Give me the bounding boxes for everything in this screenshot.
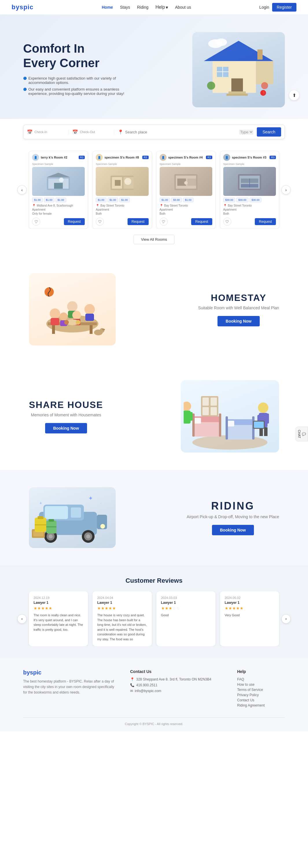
sharehouse-booking-button[interactable]: Booking Now	[45, 423, 87, 433]
homestay-booking-button[interactable]: Booking Now	[217, 316, 259, 327]
place-input[interactable]	[125, 130, 232, 134]
reviews-carousel-prev[interactable]: ‹	[17, 614, 27, 623]
review-1-text: The room is really clean and nice. It's …	[34, 613, 83, 632]
room-3-sample: Specimen Sample	[160, 163, 212, 165]
footer-tos-link[interactable]: Terms of Service	[237, 688, 285, 692]
svg-point-10	[207, 82, 215, 90]
chat-label: CHAT	[298, 430, 301, 438]
footer-privacy-link[interactable]: Privacy Policy	[237, 693, 285, 697]
hero-desc1: Experience high guest satisfaction with …	[23, 76, 139, 85]
svg-marker-18	[47, 173, 70, 177]
nav-about[interactable]: About us	[175, 5, 191, 9]
room-4-location: 📍 Bay Street Toronto	[223, 204, 276, 207]
rooms-grid: 👤 terry k's Room #2 R3 Specimen Sample $…	[27, 151, 281, 229]
sharehouse-illustration	[181, 380, 279, 453]
svg-point-76	[184, 402, 191, 411]
homestay-illustration	[29, 273, 116, 345]
footer-riding-agreement-link[interactable]: Riding Agreement	[237, 703, 285, 707]
room-1-image	[32, 167, 85, 196]
footer-address: 📍 328 Sheppard Ave 8. 3rd fl, Toronto ON…	[130, 677, 225, 681]
chat-button[interactable]: 💬 CHAT	[296, 427, 308, 441]
review-1-user: Lawyer 1	[34, 601, 83, 605]
register-button[interactable]: Register	[272, 3, 297, 11]
svg-point-11	[261, 82, 268, 89]
room-4-badge: R3	[270, 156, 276, 159]
svg-rect-87	[45, 506, 68, 519]
room-4-owner: specimen S's Room #3	[232, 156, 266, 159]
room-2-request-button[interactable]: Request	[127, 218, 149, 225]
room-card-3: 👤 specimen S's Room #4 R3 Specimen Sampl…	[156, 151, 215, 229]
room-3-badge: R3	[206, 156, 212, 159]
footer-howtouse-link[interactable]: How to use	[237, 683, 285, 687]
review-4-text: Very Good	[225, 613, 274, 618]
svg-text:📍: 📍	[262, 91, 266, 95]
footer-email: ✉ info@byspic.com	[130, 689, 225, 693]
svg-rect-73	[264, 427, 268, 436]
room-1-gender: Only for female	[32, 212, 85, 215]
hero-section: Comfort In Every Corner Experience high …	[0, 15, 308, 119]
review-card-4: 2024.05.02 Lawyer 1 ★★★★★ Very Good	[220, 591, 279, 646]
nav-stays[interactable]: Stays	[120, 5, 130, 9]
riding-title: RIDING	[187, 500, 279, 512]
search-button[interactable]: Search	[257, 127, 281, 136]
carousel-prev-button[interactable]: ‹	[17, 185, 27, 194]
svg-rect-83	[203, 407, 209, 415]
svg-rect-71	[266, 413, 269, 424]
footer-faq-link[interactable]: FAQ	[237, 677, 285, 681]
nav-home[interactable]: Home	[102, 5, 113, 9]
room-1-favorite-button[interactable]: ♡	[32, 218, 40, 226]
svg-point-15	[215, 38, 227, 46]
footer-grid: byspic The best homestay platform - BYSP…	[23, 669, 285, 709]
riding-booking-button[interactable]: Booking Now	[212, 525, 254, 535]
svg-rect-9	[226, 94, 248, 96]
nav-riding[interactable]: Riding	[137, 5, 149, 9]
footer-contact: Contact Us 📍 328 Sheppard Ave 8. 3rd fl,…	[130, 669, 225, 709]
reviews-carousel-next[interactable]: ›	[281, 614, 291, 623]
site-logo[interactable]: byspic	[11, 3, 34, 11]
nav-help-dropdown[interactable]: Help ▾	[155, 5, 168, 10]
reviews-title: Customer Reviews	[17, 577, 291, 585]
room-3-favorite-button[interactable]: ♡	[160, 218, 168, 226]
review-3-stars: ★★★☆☆	[161, 606, 211, 611]
room-card-4-header: 👤 specimen S's Room #3 R3	[223, 154, 276, 161]
svg-point-68	[258, 402, 268, 413]
place-field[interactable]: 📍	[118, 129, 236, 135]
room-4-type: Apartment	[223, 208, 276, 211]
svg-rect-60	[194, 418, 201, 424]
room-4-request-button[interactable]: Request	[255, 218, 276, 225]
room-type-select[interactable]: Type	[239, 130, 253, 134]
login-button[interactable]: Login	[259, 5, 269, 9]
room-1-request-button[interactable]: Request	[64, 218, 85, 225]
svg-rect-8	[228, 91, 246, 94]
room-3-type: Apartment	[160, 208, 212, 211]
checkout-field: 📅 Check-Out	[72, 129, 114, 135]
hero-illustration: 📍	[192, 32, 285, 107]
svg-point-44	[85, 304, 95, 314]
svg-rect-82	[211, 398, 217, 406]
room-4-favorite-button[interactable]: ♡	[223, 218, 232, 226]
room-3-request-button[interactable]: Request	[191, 218, 212, 225]
view-all-rooms-button[interactable]: View All Rooms	[133, 235, 174, 244]
svg-marker-2	[256, 61, 273, 84]
review-1-stars: ★★★★★	[34, 606, 83, 611]
room-2-type: Apartment	[96, 208, 148, 211]
room-4-tags: $30.00 $30.00 $30.00	[223, 197, 276, 202]
svg-rect-24	[115, 180, 121, 186]
footer-contact-link[interactable]: Contact Us	[237, 698, 285, 702]
location-pin-icon-3: 📍	[160, 204, 163, 207]
room-3-gender: Both	[160, 212, 212, 215]
hero-desc2: Our easy and convenient platform ensures…	[23, 87, 139, 96]
room-2-favorite-button[interactable]: ♡	[96, 218, 104, 226]
svg-rect-61	[192, 413, 195, 437]
review-card-1: 2024.12.19 Lawyer 1 ★★★★★ The room is re…	[29, 591, 88, 646]
review-card-3: 2024.03.03 Lawyer 1 ★★★☆☆ Good	[156, 591, 215, 646]
footer-help: Help FAQ How to use Terms of Service Pri…	[237, 669, 285, 709]
email-icon: ✉	[130, 689, 133, 693]
review-2-user: Lawyer 1	[97, 601, 147, 605]
review-2-text: The house is very cozy and quiet. The ho…	[97, 613, 147, 642]
carousel-next-button[interactable]: ›	[281, 185, 291, 194]
room-card-3-header: 👤 specimen S's Room #4 R3	[160, 154, 212, 161]
svg-rect-75	[254, 422, 264, 428]
homestay-text: HOMESTAY Suitable Room with Well Balance…	[198, 292, 279, 327]
share-button[interactable]: ⬆	[289, 90, 299, 100]
